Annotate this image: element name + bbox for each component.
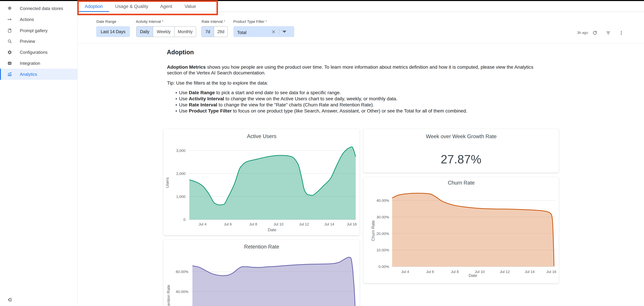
svg-text:Retention Rate: Retention Rate <box>166 285 171 306</box>
svg-text:Jul 10: Jul 10 <box>274 222 284 226</box>
svg-text:Jul 4: Jul 4 <box>199 222 206 226</box>
svg-text:20.00%: 20.00% <box>376 232 389 236</box>
svg-text:Date: Date <box>469 273 477 278</box>
svg-text:Jul 4: Jul 4 <box>401 270 409 274</box>
svg-text:Churn Rate: Churn Rate <box>371 220 375 241</box>
svg-text:Jul 16: Jul 16 <box>546 270 556 274</box>
svg-text:Jul 14: Jul 14 <box>324 222 334 226</box>
svg-text:Jul 8: Jul 8 <box>451 270 459 274</box>
svg-text:Users: Users <box>165 177 170 188</box>
svg-text:10.00%: 10.00% <box>376 248 389 252</box>
svg-text:Jul 12: Jul 12 <box>299 222 309 226</box>
svg-text:2,000: 2,000 <box>176 171 186 176</box>
svg-text:Churn Rate: Churn Rate <box>448 180 475 186</box>
svg-text:3,000: 3,000 <box>176 149 186 153</box>
svg-text:Week over Week Growth Rate: Week over Week Growth Rate <box>426 134 497 139</box>
svg-text:40.00%: 40.00% <box>176 290 188 294</box>
svg-text:60.00%: 60.00% <box>176 270 188 274</box>
svg-text:Jul 16: Jul 16 <box>347 222 357 226</box>
svg-text:Jul 8: Jul 8 <box>249 222 257 226</box>
svg-text:Active Users: Active Users <box>247 133 276 139</box>
svg-text:Jul 12: Jul 12 <box>500 270 510 274</box>
svg-text:0.00%: 0.00% <box>378 265 389 269</box>
svg-text:Jul 14: Jul 14 <box>525 270 535 274</box>
svg-text:Date: Date <box>268 228 276 232</box>
svg-text:1,000: 1,000 <box>176 194 186 199</box>
svg-text:Jul 6: Jul 6 <box>224 222 232 226</box>
svg-text:Jul 6: Jul 6 <box>426 270 434 274</box>
svg-text:Retention Rate: Retention Rate <box>244 244 279 250</box>
svg-text:0: 0 <box>184 218 186 222</box>
svg-text:30.00%: 30.00% <box>376 215 389 219</box>
svg-text:40.00%: 40.00% <box>376 198 389 203</box>
